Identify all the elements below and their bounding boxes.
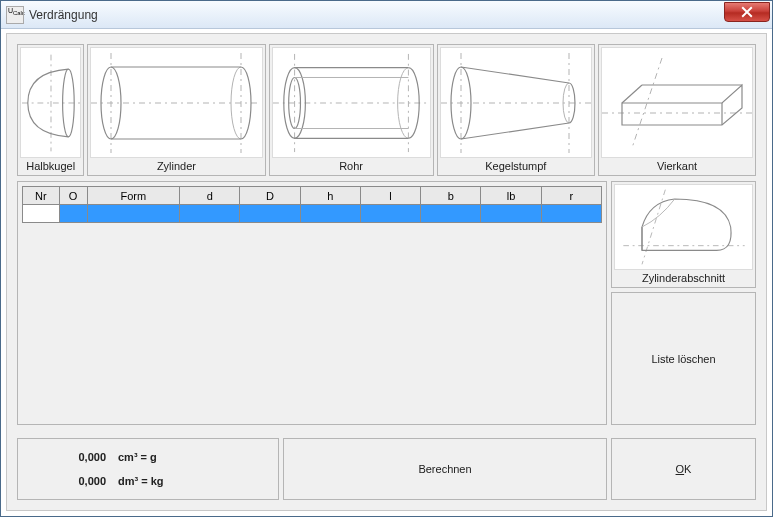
title-bar: UCalc Verdrängung: [1, 1, 772, 29]
shape-selector-row: Halbkugel Zylinder: [17, 44, 756, 176]
cell-h[interactable]: [300, 205, 360, 223]
col-d[interactable]: d: [180, 187, 240, 205]
app-icon: UCalc: [7, 7, 23, 23]
close-icon: [741, 6, 753, 18]
shape-tile-vierkant[interactable]: Vierkant: [598, 44, 756, 176]
shape-tile-zylinderabschnitt[interactable]: Zylinderabschnitt: [611, 181, 756, 288]
shape-label-rohr: Rohr: [270, 158, 433, 175]
close-button[interactable]: [724, 2, 770, 22]
window-title: Verdrängung: [29, 8, 98, 22]
shape-label-vierkant: Vierkant: [599, 158, 755, 175]
result-dm3: 0,000 dm³ = kg: [36, 475, 260, 487]
table-row[interactable]: [23, 205, 602, 223]
result-cm3-value: 0,000: [36, 451, 106, 463]
shape-tile-halbkugel[interactable]: Halbkugel: [17, 44, 84, 176]
halbkugel-icon: [20, 47, 81, 158]
shape-label-kegelstumpf: Kegelstumpf: [438, 158, 594, 175]
ok-button[interactable]: OK: [611, 438, 756, 500]
shape-label-halbkugel: Halbkugel: [18, 158, 83, 175]
col-o[interactable]: O: [59, 187, 87, 205]
col-dd[interactable]: D: [240, 187, 300, 205]
client-area: Halbkugel Zylinder: [6, 33, 767, 511]
cell-b[interactable]: [421, 205, 481, 223]
col-lb[interactable]: lb: [481, 187, 541, 205]
data-grid[interactable]: Nr O Form d D h l b lb r: [22, 186, 602, 223]
bottom-row: 0,000 cm³ = g 0,000 dm³ = kg Berechnen O…: [17, 438, 756, 500]
clear-list-label: Liste löschen: [651, 353, 715, 365]
rohr-icon: [272, 47, 431, 158]
shape-label-zylinderabschnitt: Zylinderabschnitt: [612, 270, 755, 287]
ok-label: OK: [676, 463, 692, 475]
svg-line-23: [461, 123, 569, 139]
calculate-label: Berechnen: [418, 463, 471, 475]
col-nr[interactable]: Nr: [23, 187, 60, 205]
result-panel: 0,000 cm³ = g 0,000 dm³ = kg: [17, 438, 279, 500]
cell-lb[interactable]: [481, 205, 541, 223]
clear-list-button[interactable]: Liste löschen: [611, 292, 756, 425]
middle-row: Nr O Form d D h l b lb r: [17, 181, 756, 425]
cell-r[interactable]: [541, 205, 601, 223]
cell-l[interactable]: [360, 205, 420, 223]
svg-line-22: [461, 67, 569, 83]
cell-o[interactable]: [59, 205, 87, 223]
shape-label-zylinder: Zylinder: [88, 158, 264, 175]
svg-line-30: [642, 190, 665, 265]
cell-form[interactable]: [87, 205, 180, 223]
zylinder-icon: [90, 47, 262, 158]
col-form[interactable]: Form: [87, 187, 180, 205]
vierkant-icon: [601, 47, 753, 158]
grid-panel: Nr O Form d D h l b lb r: [17, 181, 607, 425]
col-b[interactable]: b: [421, 187, 481, 205]
shape-tile-kegelstumpf[interactable]: Kegelstumpf: [437, 44, 595, 176]
calculate-button[interactable]: Berechnen: [283, 438, 607, 500]
result-cm3-unit: cm³ = g: [118, 451, 157, 463]
cell-d[interactable]: [180, 205, 240, 223]
cell-dd[interactable]: [240, 205, 300, 223]
kegelstumpf-icon: [440, 47, 592, 158]
result-cm3: 0,000 cm³ = g: [36, 451, 260, 463]
zylinderabschnitt-icon: [614, 184, 753, 270]
dialog-window: UCalc Verdrängung Halbkugel: [0, 0, 773, 517]
cell-nr[interactable]: [23, 205, 60, 223]
svg-line-27: [622, 85, 642, 103]
side-column: Zylinderabschnitt Liste löschen: [611, 181, 756, 425]
shape-tile-zylinder[interactable]: Zylinder: [87, 44, 265, 176]
col-r[interactable]: r: [541, 187, 601, 205]
col-l[interactable]: l: [360, 187, 420, 205]
shape-tile-rohr[interactable]: Rohr: [269, 44, 434, 176]
result-dm3-value: 0,000: [36, 475, 106, 487]
col-h[interactable]: h: [300, 187, 360, 205]
result-dm3-unit: dm³ = kg: [118, 475, 164, 487]
